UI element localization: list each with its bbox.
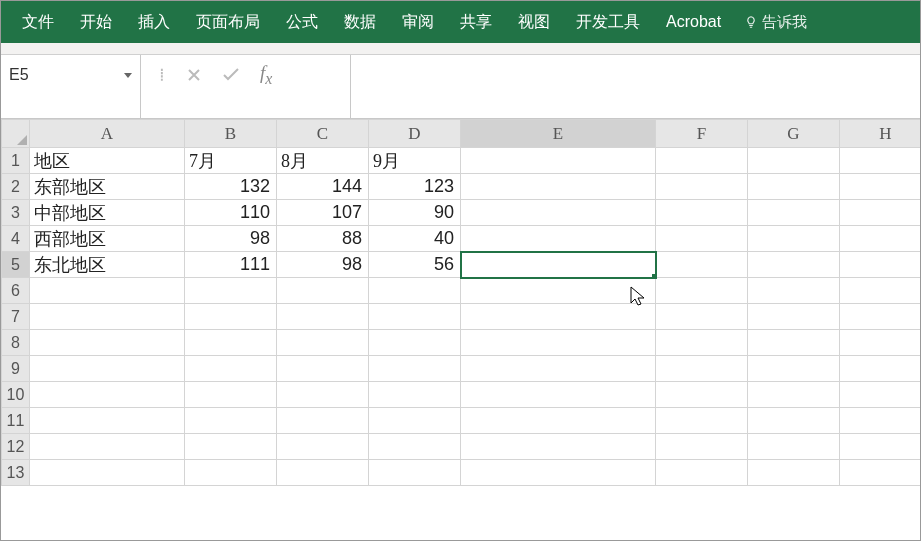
cell-E2[interactable] xyxy=(461,174,656,200)
cell-H6[interactable] xyxy=(840,278,922,304)
cell-H4[interactable] xyxy=(840,226,922,252)
cell-C5[interactable]: 98 xyxy=(277,252,369,278)
cell-E8[interactable] xyxy=(461,330,656,356)
cell-C2[interactable]: 144 xyxy=(277,174,369,200)
fx-icon[interactable]: fx xyxy=(260,62,272,88)
cell-D10[interactable] xyxy=(369,382,461,408)
ribbon-tab-10[interactable]: Acrobat xyxy=(653,1,734,43)
name-box[interactable]: E5 xyxy=(1,61,140,89)
row-header-7[interactable]: 7 xyxy=(2,304,30,330)
cell-B13[interactable] xyxy=(185,460,277,486)
row-header-3[interactable]: 3 xyxy=(2,200,30,226)
cell-A7[interactable] xyxy=(30,304,185,330)
cell-F11[interactable] xyxy=(656,408,748,434)
cell-A4[interactable]: 西部地区 xyxy=(30,226,185,252)
cell-G13[interactable] xyxy=(748,460,840,486)
cell-D12[interactable] xyxy=(369,434,461,460)
cell-H9[interactable] xyxy=(840,356,922,382)
row-header-8[interactable]: 8 xyxy=(2,330,30,356)
cell-B10[interactable] xyxy=(185,382,277,408)
cell-F3[interactable] xyxy=(656,200,748,226)
cell-G6[interactable] xyxy=(748,278,840,304)
cell-G1[interactable] xyxy=(748,148,840,174)
cell-C8[interactable] xyxy=(277,330,369,356)
col-header-E[interactable]: E xyxy=(461,120,656,148)
cell-F5[interactable] xyxy=(656,252,748,278)
cell-D7[interactable] xyxy=(369,304,461,330)
ribbon-tab-9[interactable]: 开发工具 xyxy=(563,1,653,43)
row-header-1[interactable]: 1 xyxy=(2,148,30,174)
cell-B12[interactable] xyxy=(185,434,277,460)
cell-C4[interactable]: 88 xyxy=(277,226,369,252)
cell-B1[interactable]: 7月 xyxy=(185,148,277,174)
cell-C10[interactable] xyxy=(277,382,369,408)
ribbon-tab-5[interactable]: 数据 xyxy=(331,1,389,43)
ribbon-tab-7[interactable]: 共享 xyxy=(447,1,505,43)
cell-F2[interactable] xyxy=(656,174,748,200)
cell-G8[interactable] xyxy=(748,330,840,356)
col-header-D[interactable]: D xyxy=(369,120,461,148)
ribbon-tab-2[interactable]: 插入 xyxy=(125,1,183,43)
col-header-H[interactable]: H xyxy=(840,120,922,148)
cell-E4[interactable] xyxy=(461,226,656,252)
col-header-A[interactable]: A xyxy=(30,120,185,148)
cell-E7[interactable] xyxy=(461,304,656,330)
cell-F12[interactable] xyxy=(656,434,748,460)
cell-E12[interactable] xyxy=(461,434,656,460)
cell-B9[interactable] xyxy=(185,356,277,382)
cell-B4[interactable]: 98 xyxy=(185,226,277,252)
cell-H5[interactable] xyxy=(840,252,922,278)
cell-E9[interactable] xyxy=(461,356,656,382)
cell-G4[interactable] xyxy=(748,226,840,252)
cell-F4[interactable] xyxy=(656,226,748,252)
cell-F10[interactable] xyxy=(656,382,748,408)
cell-G7[interactable] xyxy=(748,304,840,330)
cell-D6[interactable] xyxy=(369,278,461,304)
cell-A2[interactable]: 东部地区 xyxy=(30,174,185,200)
cell-B3[interactable]: 110 xyxy=(185,200,277,226)
cell-G12[interactable] xyxy=(748,434,840,460)
row-header-2[interactable]: 2 xyxy=(2,174,30,200)
cell-G9[interactable] xyxy=(748,356,840,382)
cell-C6[interactable] xyxy=(277,278,369,304)
cell-D13[interactable] xyxy=(369,460,461,486)
formula-input[interactable] xyxy=(351,55,920,118)
cell-A1[interactable]: 地区 xyxy=(30,148,185,174)
spreadsheet[interactable]: ABCDEFGH 1地区7月8月9月2东部地区1321441233中部地区110… xyxy=(1,119,921,486)
cell-A6[interactable] xyxy=(30,278,185,304)
cell-A9[interactable] xyxy=(30,356,185,382)
row-header-11[interactable]: 11 xyxy=(2,408,30,434)
cell-A12[interactable] xyxy=(30,434,185,460)
cell-A13[interactable] xyxy=(30,460,185,486)
cell-D2[interactable]: 123 xyxy=(369,174,461,200)
cell-E13[interactable] xyxy=(461,460,656,486)
cell-H7[interactable] xyxy=(840,304,922,330)
cell-F7[interactable] xyxy=(656,304,748,330)
cell-H11[interactable] xyxy=(840,408,922,434)
cell-F1[interactable] xyxy=(656,148,748,174)
cell-H12[interactable] xyxy=(840,434,922,460)
cell-C3[interactable]: 107 xyxy=(277,200,369,226)
cell-E6[interactable] xyxy=(461,278,656,304)
cell-E1[interactable] xyxy=(461,148,656,174)
col-header-F[interactable]: F xyxy=(656,120,748,148)
row-header-13[interactable]: 13 xyxy=(2,460,30,486)
cell-A3[interactable]: 中部地区 xyxy=(30,200,185,226)
cell-F9[interactable] xyxy=(656,356,748,382)
row-header-5[interactable]: 5 xyxy=(2,252,30,278)
cell-F13[interactable] xyxy=(656,460,748,486)
cell-D9[interactable] xyxy=(369,356,461,382)
cell-G5[interactable] xyxy=(748,252,840,278)
cell-F8[interactable] xyxy=(656,330,748,356)
cell-C11[interactable] xyxy=(277,408,369,434)
cell-C9[interactable] xyxy=(277,356,369,382)
row-header-6[interactable]: 6 xyxy=(2,278,30,304)
ribbon-tab-3[interactable]: 页面布局 xyxy=(183,1,273,43)
cell-B8[interactable] xyxy=(185,330,277,356)
cell-B5[interactable]: 111 xyxy=(185,252,277,278)
cell-E3[interactable] xyxy=(461,200,656,226)
cell-H2[interactable] xyxy=(840,174,922,200)
cell-D5[interactable]: 56 xyxy=(369,252,461,278)
cell-H13[interactable] xyxy=(840,460,922,486)
chevron-down-icon[interactable] xyxy=(124,73,132,78)
